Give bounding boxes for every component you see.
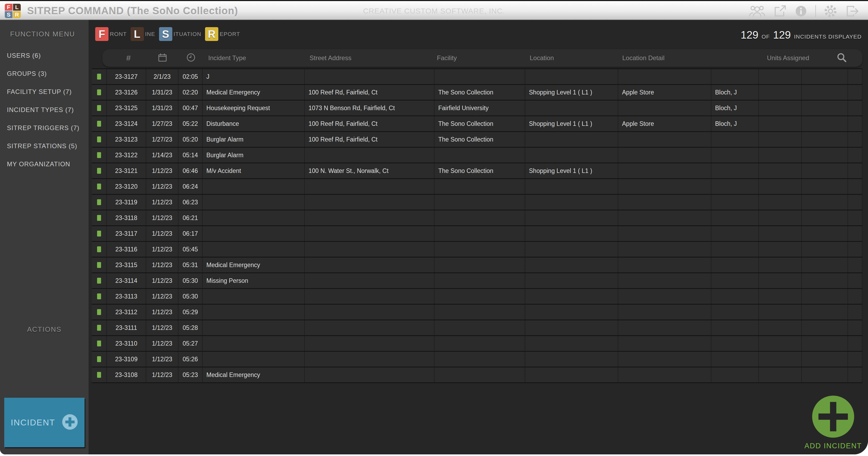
sidebar-item-users-6[interactable]: USERS (6) [7, 47, 86, 65]
incident-row[interactable]: 23-31272/1/2302:05J [92, 69, 862, 85]
settings-gear-icon[interactable] [824, 4, 837, 18]
add-incident-label[interactable]: ADD INCIDENT [776, 442, 868, 450]
incident-row[interactable]: 23-31191/12/2306:23 [92, 195, 862, 210]
incident-row[interactable]: 23-31241/27/2305:22Disturbance100 Reef R… [92, 116, 862, 132]
cell-empty [759, 242, 802, 257]
cell-empty [802, 289, 848, 304]
incident-row[interactable]: 23-31111/12/2305:28 [92, 320, 862, 336]
incident-row[interactable]: 23-31171/12/2306:17 [92, 226, 862, 242]
sidebar: FUNCTION MENU USERS (6)GROUPS (3)FACILIT… [0, 20, 89, 454]
cell-id: 23-3113 [107, 289, 146, 304]
cell-location [525, 100, 618, 116]
incident-row[interactable]: 23-31251/31/2300:47Housekeeping Request1… [92, 100, 862, 116]
cell-empty [848, 242, 862, 257]
cell-date: 1/12/23 [146, 273, 179, 288]
cell-date: 1/12/23 [146, 336, 179, 351]
incident-row[interactable]: 23-31201/12/2306:24 [92, 179, 862, 195]
cell-empty [848, 100, 862, 116]
incident-row[interactable]: 23-31261/31/2302:20Medical Emergency100 … [92, 85, 862, 100]
info-icon[interactable] [795, 5, 807, 18]
sidebar-item-incident-types-7[interactable]: INCIDENT TYPES (7) [7, 101, 86, 119]
column-header-units-assigned[interactable]: Units Assigned [767, 54, 809, 62]
row-status-cell [92, 320, 107, 335]
cell-detail [618, 210, 711, 225]
top-bar-icons [749, 1, 859, 21]
status-indicator [97, 168, 101, 174]
calendar-icon[interactable] [158, 53, 167, 63]
cell-id: 23-3126 [107, 85, 146, 100]
cell-time: 05:26 [179, 352, 203, 367]
incident-row[interactable]: 23-31161/12/2305:45 [92, 242, 862, 257]
cell-location: Shopping Level 1 ( L1 ) [525, 85, 618, 100]
incident-row[interactable]: 23-31151/12/2305:31Medical Emergency [92, 257, 862, 273]
plus-circle-icon [62, 414, 78, 431]
cell-id: 23-3111 [107, 320, 146, 335]
cell-empty [848, 132, 862, 147]
incident-row[interactable]: 23-31181/12/2306:21 [92, 210, 862, 226]
cell-time: 06:21 [179, 210, 203, 225]
incident-row[interactable]: 23-31231/27/2305:20Burglar Alarm100 Reef… [92, 132, 862, 148]
cell-facility [435, 352, 525, 367]
cell-location [525, 336, 618, 351]
status-indicator [97, 152, 101, 158]
column-header-number[interactable]: # [123, 54, 134, 63]
cell-address [305, 257, 435, 272]
incident-row[interactable]: 23-31221/14/2305:14Burglar Alarm [92, 148, 862, 163]
flsr-word-rest: INE [145, 31, 155, 37]
add-incident-button[interactable] [812, 395, 855, 438]
column-header-street-address[interactable]: Street Address [310, 54, 351, 62]
incident-row[interactable]: 23-31131/12/2305:30 [92, 289, 862, 305]
users-icon[interactable] [749, 5, 765, 18]
logout-icon[interactable] [845, 5, 859, 18]
row-status-cell [92, 336, 107, 351]
cell-address: 1073 N Benson Rd, Fairfield, Ct [305, 100, 435, 116]
column-header-incident-type[interactable]: Incident Type [208, 54, 246, 62]
cell-location [525, 367, 618, 382]
cell-facility [435, 289, 525, 304]
search-icon[interactable] [836, 52, 847, 64]
row-status-cell [92, 289, 107, 304]
cell-empty [802, 273, 848, 288]
cell-address [305, 226, 435, 241]
incident-row[interactable]: 23-31101/12/2305:27 [92, 336, 862, 352]
external-link-icon[interactable] [773, 5, 786, 18]
cell-type [203, 226, 305, 241]
cell-facility: The Sono Collection [435, 85, 525, 100]
row-status-cell [92, 367, 107, 382]
cell-time: 05:22 [179, 116, 203, 131]
sidebar-item-groups-3[interactable]: GROUPS (3) [7, 65, 86, 83]
incident-row[interactable]: 23-31211/12/2306:46M/v Accident100 N. Wa… [92, 163, 862, 179]
incident-row[interactable]: 23-31081/12/2305:23Medical Emergency [92, 367, 862, 383]
sidebar-item-my-organization[interactable]: MY ORGANIZATION [7, 155, 86, 173]
cell-detail [618, 289, 711, 304]
cell-location [525, 289, 618, 304]
cell-empty [848, 273, 862, 288]
sidebar-item-facility-setup-7[interactable]: FACILITY SETUP (7) [7, 83, 86, 101]
sidebar-item-sitrep-stations-5[interactable]: SITREP STATIONS (5) [7, 137, 86, 155]
column-header-location-detail[interactable]: Location Detail [622, 54, 664, 62]
status-indicator [97, 89, 101, 95]
incident-row[interactable]: 23-31121/12/2305:29 [92, 305, 862, 320]
actions-header: ACTIONS [0, 325, 89, 334]
cell-time: 06:24 [179, 179, 203, 194]
cell-type: Medical Emergency [203, 257, 305, 272]
cell-empty [759, 195, 802, 210]
column-header-location[interactable]: Location [530, 54, 554, 62]
cell-facility [435, 210, 525, 225]
cell-units [711, 226, 759, 241]
cell-type: M/v Accident [203, 163, 305, 178]
incident-button[interactable]: INCIDENT [4, 398, 85, 447]
cell-units [711, 163, 759, 178]
cell-time: 05:14 [179, 148, 203, 162]
cell-date: 1/12/23 [146, 226, 179, 241]
cell-location [525, 305, 618, 320]
cell-facility: The Sono Collection [435, 163, 525, 178]
incident-row[interactable]: 23-31091/12/2305:26 [92, 352, 862, 367]
incident-row[interactable]: 23-31141/12/2305:30Missing Person [92, 273, 862, 289]
sidebar-item-sitrep-triggers-7[interactable]: SITREP TRIGGERS (7) [7, 119, 86, 137]
clock-icon[interactable] [186, 53, 196, 63]
cell-id: 23-3112 [107, 305, 146, 320]
cell-detail [618, 352, 711, 367]
column-header-facility[interactable]: Facility [437, 54, 457, 62]
sitrep-command-app: FLSR SITREP COMMAND (The SoNo Collection… [0, 0, 868, 456]
